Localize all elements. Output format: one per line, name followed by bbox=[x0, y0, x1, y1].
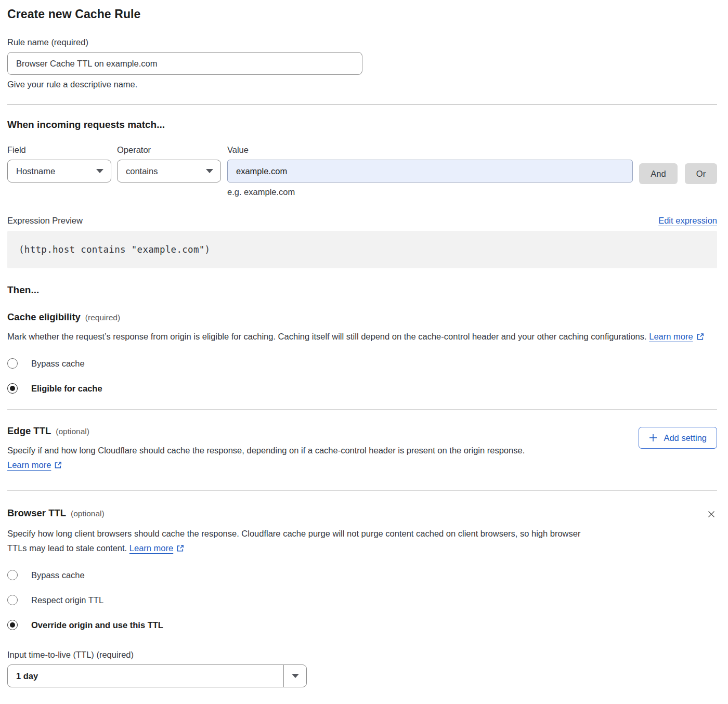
match-heading: When incoming requests match... bbox=[7, 119, 717, 131]
match-section: When incoming requests match... Field Ho… bbox=[7, 119, 717, 197]
ttl-select[interactable]: 1 day bbox=[7, 664, 307, 687]
description-text: Specify how long client browsers should … bbox=[7, 529, 580, 553]
chevron-down-icon bbox=[292, 674, 299, 678]
required-tag: (required) bbox=[85, 313, 120, 322]
operator-select[interactable]: contains bbox=[117, 160, 221, 182]
chevron-down-icon bbox=[206, 169, 213, 173]
page-title: Create new Cache Rule bbox=[7, 7, 717, 21]
expression-code: (http.host contains "example.com") bbox=[19, 244, 210, 255]
optional-tag: (optional) bbox=[56, 427, 89, 436]
cache-eligibility-heading: Cache eligibility bbox=[7, 311, 81, 323]
browser-ttl-section: Browser TTL (optional) Specify how long … bbox=[7, 507, 717, 687]
match-condition-row: Field Hostname Operator contains Value e… bbox=[7, 145, 717, 197]
field-column: Field Hostname bbox=[7, 145, 111, 182]
cache-eligibility-description: Mark whether the request’s response from… bbox=[7, 329, 707, 345]
optional-tag: (optional) bbox=[71, 509, 105, 518]
create-cache-rule-form: Create new Cache Rule Rule name (require… bbox=[0, 0, 728, 698]
cache-eligibility-options: Bypass cache Eligible for cache bbox=[7, 358, 717, 394]
radio-icon bbox=[7, 570, 18, 580]
field-select-value: Hostname bbox=[16, 166, 55, 176]
rule-name-section: Rule name (required) Give your rule a de… bbox=[7, 37, 717, 89]
cache-eligibility-heading-row: Cache eligibility (required) bbox=[7, 311, 717, 323]
operator-label: Operator bbox=[117, 145, 221, 155]
description-text: Mark whether the request’s response from… bbox=[7, 332, 647, 341]
learn-more-link[interactable]: Learn more bbox=[7, 460, 51, 470]
or-button[interactable]: Or bbox=[685, 163, 717, 184]
radio-icon bbox=[7, 595, 18, 605]
description-text: Specify if and how long Cloudflare shoul… bbox=[7, 446, 525, 455]
edit-expression-link[interactable]: Edit expression bbox=[658, 216, 717, 226]
then-heading: Then... bbox=[7, 284, 717, 296]
divider bbox=[7, 490, 717, 491]
edge-ttl-section: Edge TTL (optional) Specify if and how l… bbox=[7, 425, 717, 473]
operator-column: Operator contains bbox=[117, 145, 221, 182]
value-column: Value e.g. example.com bbox=[227, 145, 633, 197]
value-input[interactable] bbox=[227, 160, 633, 182]
radio-respect-origin-ttl[interactable]: Respect origin TTL bbox=[7, 595, 717, 605]
divider bbox=[7, 409, 717, 410]
radio-label: Eligible for cache bbox=[31, 384, 102, 394]
edge-ttl-content: Edge TTL (optional) Specify if and how l… bbox=[7, 425, 582, 473]
browser-ttl-description: Specify how long client browsers should … bbox=[7, 526, 582, 556]
ttl-label: Input time-to-live (TTL) (required) bbox=[7, 650, 717, 660]
add-setting-button[interactable]: Add setting bbox=[639, 427, 717, 449]
and-button[interactable]: And bbox=[639, 163, 678, 184]
plus-icon bbox=[649, 434, 657, 442]
radio-label: Respect origin TTL bbox=[31, 595, 103, 605]
learn-more-link[interactable]: Learn more bbox=[129, 543, 173, 553]
learn-more-link[interactable]: Learn more bbox=[649, 332, 693, 341]
field-select[interactable]: Hostname bbox=[7, 160, 111, 182]
ttl-select-arrow-button[interactable] bbox=[283, 665, 306, 687]
edge-ttl-heading-row: Edge TTL (optional) bbox=[7, 425, 582, 437]
radio-label: Override origin and use this TTL bbox=[31, 620, 163, 630]
value-label: Value bbox=[227, 145, 633, 155]
expression-code-block: (http.host contains "example.com") bbox=[7, 231, 717, 268]
radio-override-origin-ttl[interactable]: Override origin and use this TTL bbox=[7, 620, 717, 630]
radio-icon bbox=[7, 358, 18, 369]
external-link-icon bbox=[176, 542, 184, 556]
edge-ttl-heading: Edge TTL bbox=[7, 425, 51, 437]
radio-label: Bypass cache bbox=[31, 570, 85, 580]
value-helper: e.g. example.com bbox=[227, 187, 633, 197]
radio-icon bbox=[7, 383, 18, 394]
browser-ttl-heading: Browser TTL bbox=[7, 507, 66, 519]
radio-icon bbox=[7, 620, 18, 630]
browser-ttl-heading-row: Browser TTL (optional) bbox=[7, 507, 717, 520]
cache-eligibility-section: Cache eligibility (required) Mark whethe… bbox=[7, 311, 717, 394]
radio-bypass-cache[interactable]: Bypass cache bbox=[7, 358, 717, 369]
radio-label: Bypass cache bbox=[31, 359, 85, 369]
rule-name-label: Rule name (required) bbox=[7, 37, 717, 47]
rule-name-input[interactable] bbox=[7, 52, 362, 75]
close-icon bbox=[707, 513, 716, 520]
expression-preview-row: Expression Preview Edit expression bbox=[7, 216, 717, 226]
edge-ttl-description: Specify if and how long Cloudflare shoul… bbox=[7, 443, 582, 473]
remove-browser-ttl-button[interactable] bbox=[706, 509, 717, 520]
operator-select-value: contains bbox=[126, 166, 158, 176]
radio-eligible-for-cache[interactable]: Eligible for cache bbox=[7, 383, 717, 394]
external-link-icon bbox=[54, 459, 62, 473]
chevron-down-icon bbox=[96, 169, 103, 173]
browser-ttl-options: Bypass cache Respect origin TTL Override… bbox=[7, 570, 717, 630]
rule-name-helper: Give your rule a descriptive name. bbox=[7, 80, 717, 89]
ttl-input-section: Input time-to-live (TTL) (required) 1 da… bbox=[7, 650, 717, 687]
divider bbox=[7, 105, 717, 105]
field-label: Field bbox=[7, 145, 111, 155]
external-link-icon bbox=[696, 330, 704, 345]
add-setting-label: Add setting bbox=[664, 433, 707, 443]
ttl-select-value: 1 day bbox=[8, 665, 283, 687]
expression-preview-label: Expression Preview bbox=[7, 216, 83, 226]
radio-bypass-cache[interactable]: Bypass cache bbox=[7, 570, 717, 580]
